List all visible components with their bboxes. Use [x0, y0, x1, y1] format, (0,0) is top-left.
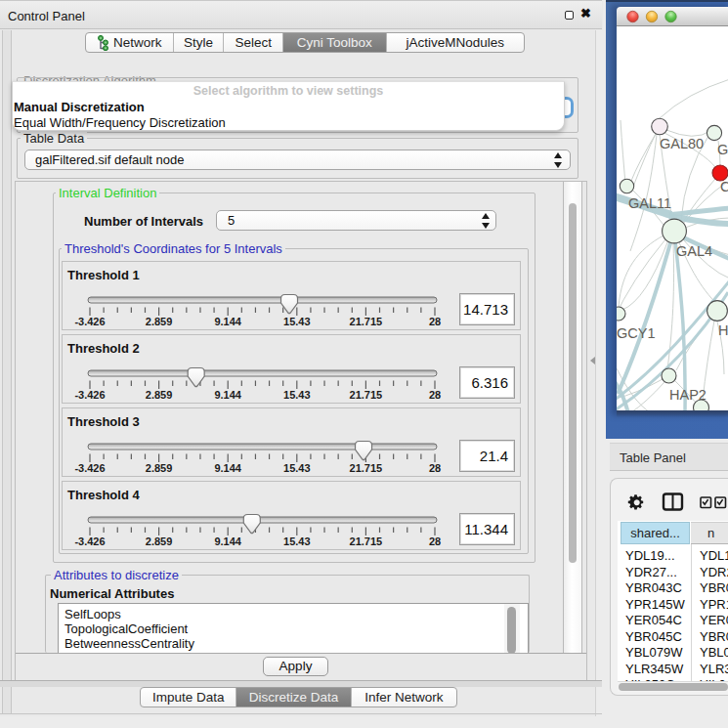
svg-text:GA: GA: [717, 142, 728, 157]
svg-text:GAL4: GAL4: [676, 243, 712, 259]
svg-text:H: H: [718, 322, 728, 338]
svg-text:GCY1: GCY1: [617, 325, 656, 341]
svg-text:GAL11: GAL11: [628, 195, 671, 211]
svg-text:GAL80: GAL80: [660, 136, 704, 151]
svg-text:C: C: [720, 179, 728, 194]
svg-text:HAP2: HAP2: [669, 387, 707, 403]
